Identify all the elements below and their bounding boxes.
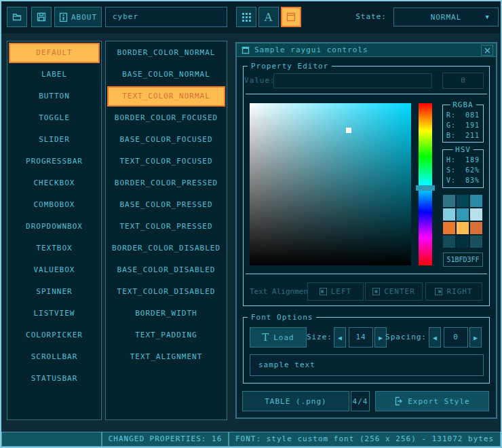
hex-color-input[interactable]: 51BFD3FF <box>443 253 483 267</box>
property-list-item[interactable]: BORDER_COLOR_DISABLED <box>107 238 225 259</box>
color-component-row: R:081 <box>446 110 480 120</box>
control-list-item[interactable]: STATUSBAR <box>9 369 100 389</box>
control-list-item[interactable]: COMBOBOX <box>9 195 100 215</box>
color-component-row: S:62% <box>446 165 480 175</box>
control-list-item[interactable]: TEXTBOX <box>9 238 100 259</box>
control-list-item[interactable]: TOGGLE <box>9 108 100 128</box>
property-list-item[interactable]: BASE_COLOR_PRESSED <box>107 195 225 215</box>
property-list-item[interactable]: BASE_COLOR_NORMAL <box>107 64 225 85</box>
control-list-item[interactable]: SLIDER <box>9 130 100 150</box>
font-load-button[interactable]: T Load <box>250 327 307 348</box>
palette-color-cell[interactable] <box>457 222 469 234</box>
font-mode-button[interactable]: A <box>258 7 279 27</box>
spacing-value[interactable]: 0 <box>444 327 468 348</box>
property-editor-title: Property Editor <box>248 62 332 71</box>
sample-text-input[interactable]: sample text <box>250 354 484 376</box>
palette-color-cell[interactable] <box>457 195 469 207</box>
palette-color-cell[interactable] <box>443 222 455 234</box>
property-list-item[interactable]: TEXT_PADDING <box>107 325 225 346</box>
properties-list[interactable]: BORDER_COLOR_NORMALBASE_COLOR_NORMALTEXT… <box>105 41 227 420</box>
open-style-button[interactable] <box>7 7 27 27</box>
export-style-button[interactable]: Export Style <box>375 391 489 411</box>
text-alignment-label: Text Alignmen <box>250 282 307 301</box>
table-png-button[interactable]: TABLE (.png) <box>242 391 349 411</box>
property-list-item[interactable]: TEXT_ALIGNMENT <box>107 347 225 367</box>
save-style-button[interactable] <box>31 7 52 27</box>
control-list-item[interactable]: LISTVIEW <box>9 303 100 324</box>
control-list-item[interactable]: COLORPICKER <box>9 325 100 346</box>
rgba-group: RGBA R:081G:191B:211 <box>442 105 484 143</box>
property-list-item[interactable]: TEXT_COLOR_NORMAL <box>107 86 225 107</box>
align-right-label: RIGHT <box>446 287 472 296</box>
style-color-palette <box>443 195 482 248</box>
size-value[interactable]: 14 <box>349 327 373 348</box>
rgba-title: RGBA <box>450 100 476 109</box>
spacing-decrease-button[interactable]: ◀ <box>429 327 441 348</box>
window-box-icon <box>242 46 250 54</box>
control-list-item[interactable]: SCROLLBAR <box>9 347 100 367</box>
value-spinner[interactable]: 0 <box>442 73 484 89</box>
color-picker-cursor[interactable] <box>346 128 351 133</box>
palette-color-cell[interactable] <box>470 195 482 207</box>
property-list-item[interactable]: TEXT_COLOR_FOCUSED <box>107 151 225 172</box>
controls-list[interactable]: DEFAULTLABELBUTTONTOGGLESLIDERPROGRESSBA… <box>7 41 102 420</box>
color-component-row: B:211 <box>446 130 480 141</box>
folder-open-icon <box>12 12 22 22</box>
palette-color-cell[interactable] <box>457 236 469 248</box>
style-name-value: cyber <box>113 12 138 21</box>
color-component-row: V:83% <box>446 175 480 185</box>
palette-color-cell[interactable] <box>443 195 455 207</box>
about-button[interactable]: ABOUT <box>54 7 102 27</box>
palette-color-cell[interactable] <box>470 222 482 234</box>
property-list-item[interactable]: BORDER_COLOR_NORMAL <box>107 43 225 63</box>
component-value: 62% <box>465 165 480 175</box>
hue-slider-handle[interactable] <box>416 185 435 191</box>
controls-mode-button[interactable] <box>281 7 301 27</box>
spacing-label: Spacing: <box>384 327 427 348</box>
component-label: B: <box>446 130 456 141</box>
component-label: G: <box>446 120 456 130</box>
palette-color-cell[interactable] <box>470 236 482 248</box>
property-list-item[interactable]: BORDER_COLOR_FOCUSED <box>107 108 225 128</box>
color-picker-panel[interactable] <box>250 103 411 265</box>
control-list-item[interactable]: DROPDOWNBOX <box>9 217 100 237</box>
control-list-item[interactable]: SPINNER <box>9 282 100 302</box>
value-input[interactable] <box>273 73 432 88</box>
align-center-button[interactable]: CENTER <box>365 282 423 301</box>
property-list-item[interactable]: BORDER_WIDTH <box>107 303 225 324</box>
statusbar-font-info: FONT: style custom font (256 x 256) - 13… <box>229 432 501 447</box>
style-name-input[interactable]: cyber <box>105 7 227 27</box>
control-list-item[interactable]: PROGRESSBAR <box>9 151 100 172</box>
palette-color-cell[interactable] <box>443 208 455 221</box>
control-list-item[interactable]: LABEL <box>9 64 100 85</box>
align-left-button[interactable]: LEFT <box>307 282 364 301</box>
control-list-item[interactable]: CHECKBOX <box>9 173 100 193</box>
property-list-item[interactable]: TEXT_COLOR_PRESSED <box>107 217 225 237</box>
palette-color-cell[interactable] <box>470 208 482 221</box>
control-list-item[interactable]: DEFAULT <box>9 43 100 63</box>
export-icon <box>394 396 403 406</box>
property-list-item[interactable]: BASE_COLOR_DISABLED <box>107 260 225 280</box>
sample-window-titlebar[interactable]: Sample raygui controls <box>237 43 496 57</box>
state-dropdown[interactable]: NORMAL ▼ <box>393 7 499 26</box>
font-options-title: Font Options <box>248 313 316 322</box>
hue-bar[interactable] <box>419 103 432 265</box>
style-table-mode-button[interactable] <box>236 7 256 27</box>
palette-color-cell[interactable] <box>457 208 469 221</box>
align-left-icon <box>320 288 327 295</box>
value-label: Value: <box>244 73 274 89</box>
control-list-item[interactable]: BUTTON <box>9 86 100 107</box>
align-right-icon <box>435 288 442 295</box>
load-label: Load <box>273 333 294 342</box>
close-button[interactable] <box>481 45 493 56</box>
property-list-item[interactable]: TEXT_COLOR_DISABLED <box>107 282 225 302</box>
size-decrease-button[interactable]: ◀ <box>334 327 346 348</box>
font-t-icon: T <box>262 333 269 343</box>
control-list-item[interactable]: VALUEBOX <box>9 260 100 280</box>
property-list-item[interactable]: BORDER_COLOR_PRESSED <box>107 173 225 193</box>
align-right-button[interactable]: RIGHT <box>425 282 482 301</box>
window-icon <box>286 12 296 22</box>
property-list-item[interactable]: BASE_COLOR_FOCUSED <box>107 130 225 150</box>
spacing-increase-button[interactable]: ▶ <box>469 327 482 348</box>
palette-color-cell[interactable] <box>443 236 455 248</box>
